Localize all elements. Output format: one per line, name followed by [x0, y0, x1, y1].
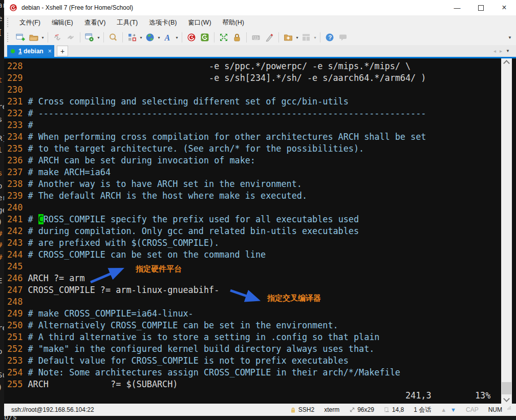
- launch-xshell-button[interactable]: [185, 31, 198, 44]
- xshell-app-icon: [186, 32, 197, 43]
- tab-close-icon[interactable]: ×: [48, 48, 52, 55]
- tab-debian[interactable]: 1 debian ×: [7, 45, 54, 57]
- download-indicator[interactable]: ▼: [450, 407, 456, 413]
- annotation-hardware-platform: 指定硬件平台: [136, 264, 182, 274]
- highlighter-pen-icon: [264, 32, 274, 43]
- svg-text:?: ?: [328, 34, 332, 40]
- background-text-fragment: o: [0, 347, 2, 355]
- background-window-bottom: b/s: [0, 416, 516, 420]
- tab-scroll-left-icon[interactable]: ◂: [493, 48, 496, 54]
- terminal-screen[interactable]: 228 -e s/ppc.*/powerpc/ -e s/mips.*/mips…: [4, 58, 516, 404]
- compose-layout-dropdown[interactable]: ▾: [139, 35, 143, 40]
- vim-ruler-percent: 13%: [475, 390, 490, 401]
- background-text-fragment: Su: [0, 371, 4, 379]
- toolbar-overflow-dropdown[interactable]: ▼: [508, 35, 512, 40]
- highlight-button[interactable]: [263, 31, 275, 44]
- scroll-down-icon[interactable]: [501, 396, 512, 404]
- new-file-button[interactable]: [282, 31, 294, 44]
- menu-item[interactable]: 编辑(E): [46, 15, 79, 30]
- new-tab-button[interactable]: +: [57, 46, 68, 56]
- tile-windows-dropdown[interactable]: ▾: [313, 35, 317, 40]
- background-window-sliver: are[tresR]lsoerge)###EreoSu): [0, 0, 4, 420]
- reconnect-button[interactable]: [64, 31, 77, 44]
- terminal-scrollbar[interactable]: [501, 58, 512, 404]
- menubar-grip[interactable]: [7, 18, 10, 27]
- toolbar-grip[interactable]: [7, 33, 10, 42]
- terminal-line: 233 #: [7, 119, 33, 131]
- new-session-button[interactable]: [14, 31, 27, 44]
- virtual-keyboard-button[interactable]: [250, 31, 262, 44]
- terminal-line: 236 # ARCH can be set during invocation …: [7, 155, 255, 166]
- session-properties-button[interactable]: [83, 31, 96, 44]
- resize-grip[interactable]: [507, 406, 513, 413]
- background-text-fragment: o: [0, 182, 2, 190]
- maximize-button[interactable]: [469, 0, 492, 15]
- lock-screen-button[interactable]: [231, 31, 243, 44]
- open-session-button[interactable]: [28, 31, 40, 44]
- window-title: debian - Xshell 7 (Free for Home/School): [22, 4, 133, 11]
- session-properties-dropdown[interactable]: ▾: [96, 35, 101, 40]
- toolbar-separator: [122, 32, 123, 43]
- scrollbar-thumb[interactable]: [502, 382, 511, 394]
- help-icon: ?: [325, 32, 335, 43]
- background-text-fragment: ar: [0, 1, 4, 9]
- menu-item[interactable]: 工具(T): [111, 15, 143, 30]
- encoding-button[interactable]: [144, 31, 156, 44]
- terminal-line: 249 # make CROSS_COMPILE=ia64-linux-: [7, 308, 193, 320]
- background-text-fragment: [: [0, 28, 2, 36]
- background-text-fragment: ): [0, 383, 2, 391]
- scroll-up-icon[interactable]: [501, 58, 512, 66]
- session-url: ssh://root@192.168.56.104:22: [11, 406, 94, 413]
- menu-item[interactable]: 查看(V): [79, 15, 112, 30]
- encoding-dropdown[interactable]: ▾: [157, 35, 161, 40]
- tile-windows-button[interactable]: [300, 31, 312, 44]
- toolbar-separator: [80, 32, 80, 43]
- close-button[interactable]: ×: [492, 0, 516, 15]
- fullscreen-icon: [219, 32, 229, 43]
- font-dropdown[interactable]: ▾: [175, 35, 179, 40]
- arrow-to-cross-compile: [230, 290, 257, 300]
- background-text-fragment: ge: [0, 206, 4, 214]
- fullscreen-button[interactable]: [218, 31, 230, 44]
- menu-item[interactable]: 选项卡(B): [143, 15, 182, 30]
- globe-icon: [145, 32, 155, 43]
- feedback-button[interactable]: [337, 31, 349, 44]
- minimize-button[interactable]: —: [445, 0, 469, 15]
- tab-list-dropdown[interactable]: ▼: [506, 49, 510, 53]
- font-button[interactable]: A: [162, 31, 174, 44]
- help-button[interactable]: ?: [324, 31, 336, 44]
- new-folder-icon: [283, 32, 293, 43]
- find-button[interactable]: [107, 31, 119, 44]
- terminal-line: 232 # ----------------------------------…: [7, 108, 426, 119]
- tile-grid-icon: [301, 32, 311, 43]
- xshell-logo-icon: [9, 4, 17, 12]
- download-arrow-icon: ▼: [450, 407, 456, 413]
- terminal-line: 234 # When performing cross compilation …: [7, 131, 426, 143]
- terminal-line: 229 -e s/sh[234].*/sh/ -e s/aarch64.*/ar…: [7, 72, 426, 84]
- num-lock-indicator: NUM: [488, 406, 502, 413]
- toolbar-separator: [103, 32, 104, 43]
- menu-item[interactable]: 帮助(H): [217, 15, 250, 30]
- background-text-fragment: E: [0, 277, 2, 285]
- background-text-fragment: er: [0, 194, 4, 202]
- new-file-dropdown[interactable]: ▾: [295, 35, 299, 40]
- open-session-dropdown[interactable]: ▾: [40, 35, 45, 40]
- background-text-fragment: t: [0, 76, 2, 84]
- launch-xftp-button[interactable]: [199, 31, 211, 44]
- terminal-line: 237 # make ARCH=ia64: [7, 166, 111, 178]
- terminal-size: 96x29: [349, 406, 374, 413]
- background-text-fragment: R]: [0, 134, 4, 142]
- disconnect-button[interactable]: [51, 31, 63, 44]
- terminal-line: 243 # are prefixed with $(CROSS_COMPILE)…: [7, 237, 219, 249]
- background-text-fragment: b/s: [4, 416, 17, 420]
- upload-indicator[interactable]: ▲: [441, 407, 446, 413]
- terminal-line: 239 # The default ARCH is the host where…: [7, 190, 307, 202]
- terminal-line: 244 # CROSS_COMPILE can be set on the co…: [7, 249, 266, 261]
- menu-item[interactable]: 窗口(W): [182, 15, 217, 30]
- connected-status-icon: [11, 49, 15, 53]
- text-cursor: C: [38, 214, 44, 224]
- compose-layout-button[interactable]: [126, 31, 138, 44]
- menu-item[interactable]: 文件(F): [14, 15, 46, 30]
- terminal-type: xterm: [324, 406, 339, 413]
- tab-scroll-right-icon[interactable]: ▸: [500, 48, 502, 54]
